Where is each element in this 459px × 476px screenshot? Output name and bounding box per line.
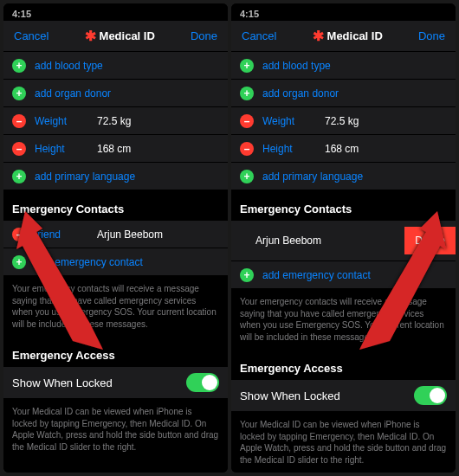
add-organ-label: add organ donor xyxy=(262,87,339,100)
add-contact-label: add emergency contact xyxy=(35,256,143,268)
add-organ-donor-row[interactable]: + add organ donor xyxy=(231,80,456,107)
page-title-text: Medical ID xyxy=(100,29,155,42)
add-organ-label: add organ donor xyxy=(35,87,111,100)
header: Cancel ✱ Medical ID Done xyxy=(231,21,456,52)
contact-row-swiped[interactable]: Arjun Beebom Delete xyxy=(231,221,456,261)
contacts-footer: Your emergency contacts will receive a m… xyxy=(3,276,228,337)
minus-icon[interactable]: – xyxy=(240,142,254,156)
minus-icon[interactable]: – xyxy=(12,142,26,156)
status-bar: 4:15 xyxy=(231,3,456,21)
medical-asterisk-icon: ✱ xyxy=(313,28,324,44)
access-footer: Your Medical ID can be viewed when iPhon… xyxy=(3,399,228,460)
add-blood-label: add blood type xyxy=(262,60,331,72)
weight-row[interactable]: – Weight 72.5 kg xyxy=(231,107,456,135)
status-time: 4:15 xyxy=(240,9,259,19)
plus-icon[interactable]: + xyxy=(240,268,254,282)
add-lang-label: add primary language xyxy=(35,170,135,183)
access-footer: Your Medical ID can be viewed when iPhon… xyxy=(231,412,456,473)
weight-label: Weight xyxy=(35,115,97,127)
plus-icon[interactable]: + xyxy=(12,255,26,269)
add-language-row[interactable]: + add primary language xyxy=(3,163,228,190)
delete-contact-button[interactable]: Delete xyxy=(404,227,456,254)
content: + add blood type + add organ donor – Wei… xyxy=(3,52,228,473)
header: Cancel ✱ Medical ID Done xyxy=(3,21,228,52)
done-button[interactable]: Done xyxy=(191,29,217,42)
page-title: ✱ Medical ID xyxy=(313,28,383,44)
status-time: 4:15 xyxy=(12,9,31,19)
emergency-access-header: Emergency Access xyxy=(231,350,456,380)
medical-asterisk-icon: ✱ xyxy=(85,28,96,44)
add-contact-label: add emergency contact xyxy=(262,269,371,281)
page-title: ✱ Medical ID xyxy=(85,28,155,44)
emergency-contacts-header: Emergency Contacts xyxy=(231,190,456,221)
show-locked-toggle[interactable] xyxy=(186,373,219,392)
minus-icon[interactable]: – xyxy=(12,228,26,241)
add-language-row[interactable]: + add primary language xyxy=(231,163,456,190)
plus-icon[interactable]: + xyxy=(240,170,254,183)
height-label: Height xyxy=(262,143,325,155)
done-button[interactable]: Done xyxy=(418,29,445,42)
minus-icon[interactable]: – xyxy=(12,114,26,128)
add-contact-row[interactable]: + add emergency contact xyxy=(3,248,228,276)
cancel-button[interactable]: Cancel xyxy=(242,29,276,42)
plus-icon[interactable]: + xyxy=(240,87,254,100)
show-locked-label: Show When Locked xyxy=(12,376,113,389)
plus-icon[interactable]: + xyxy=(12,87,26,100)
weight-row[interactable]: – Weight 72.5 kg xyxy=(3,107,228,135)
weight-value: 72.5 kg xyxy=(97,115,131,127)
weight-value: 72.5 kg xyxy=(325,115,359,127)
show-when-locked-row: Show When Locked xyxy=(231,380,456,412)
add-blood-label: add blood type xyxy=(35,60,103,72)
contact-name: Arjun Beebom xyxy=(240,235,321,247)
height-value: 168 cm xyxy=(325,143,359,155)
contact-name: Arjun Beebom xyxy=(97,228,163,241)
cancel-button[interactable]: Cancel xyxy=(14,29,48,42)
status-bar: 4:15 xyxy=(3,3,228,21)
height-row[interactable]: – Height 168 cm xyxy=(3,135,228,163)
plus-icon[interactable]: + xyxy=(12,59,26,73)
phone-right: 4:15 Cancel ✱ Medical ID Done + add bloo… xyxy=(231,3,456,473)
phone-left: 4:15 Cancel ✱ Medical ID Done + add bloo… xyxy=(3,3,228,473)
emergency-contacts-header: Emergency Contacts xyxy=(3,190,228,221)
add-blood-type-row[interactable]: + add blood type xyxy=(231,52,456,80)
contact-row[interactable]: – friend Arjun Beebom xyxy=(3,221,228,248)
add-organ-donor-row[interactable]: + add organ donor xyxy=(3,80,228,107)
add-lang-label: add primary language xyxy=(262,170,363,183)
plus-icon[interactable]: + xyxy=(12,170,26,183)
show-when-locked-row: Show When Locked xyxy=(3,367,228,399)
contact-relation: friend xyxy=(35,228,97,241)
add-blood-type-row[interactable]: + add blood type xyxy=(3,52,228,80)
show-locked-label: Show When Locked xyxy=(240,389,340,402)
plus-icon[interactable]: + xyxy=(240,59,254,73)
page-title-text: Medical ID xyxy=(327,29,383,42)
height-row[interactable]: – Height 168 cm xyxy=(231,135,456,163)
minus-icon[interactable]: – xyxy=(240,114,254,128)
emergency-access-header: Emergency Access xyxy=(3,337,228,367)
height-label: Height xyxy=(35,143,97,155)
height-value: 168 cm xyxy=(97,143,131,155)
add-contact-row[interactable]: + add emergency contact xyxy=(231,261,456,289)
contacts-footer: Your emergency contacts will receive a m… xyxy=(231,289,456,350)
show-locked-toggle[interactable] xyxy=(414,386,447,405)
delete-medical-id-row[interactable]: Delete Medical ID xyxy=(3,472,228,473)
content: + add blood type + add organ donor – Wei… xyxy=(231,52,456,473)
weight-label: Weight xyxy=(262,115,325,127)
